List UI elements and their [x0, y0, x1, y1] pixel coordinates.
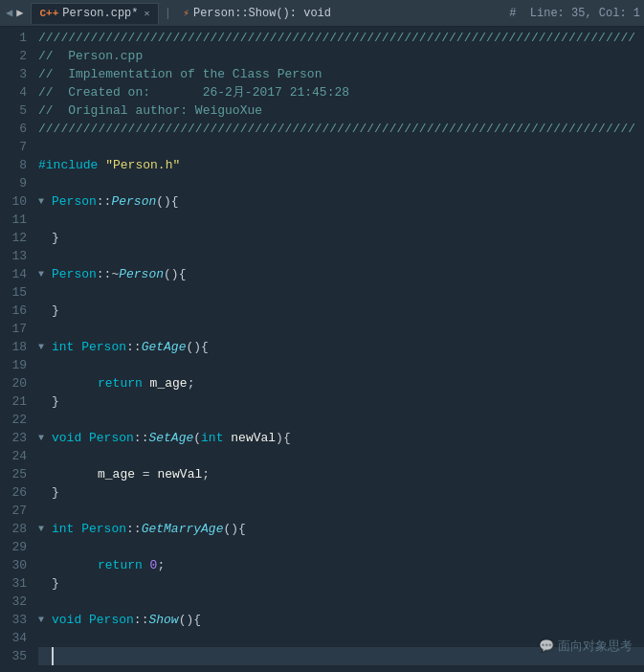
line18-rest: (){: [186, 338, 208, 356]
line25-rhs: newVal: [157, 465, 202, 483]
hash-symbol: #: [509, 7, 530, 20]
line28-sep: ::: [126, 520, 142, 538]
line2-text: // Person.cpp: [38, 47, 143, 65]
line33-rest: (){: [179, 611, 201, 629]
line8-include: #include: [38, 156, 105, 174]
code-line-20: return m_age;: [38, 374, 644, 392]
cpp-icon: C++: [39, 8, 58, 19]
line23-rest: ){: [276, 429, 291, 447]
tab-separator: |: [165, 6, 172, 20]
line23-paren: (: [193, 429, 201, 447]
line21-brace: }: [52, 392, 59, 411]
code-line-17: [38, 320, 644, 338]
code-line-28: ▼ int Person::GetMarryAge(){: [38, 520, 644, 538]
breadcrumb-icon: ⚡: [183, 7, 189, 19]
line23-class: Person: [89, 429, 134, 447]
line23-int: int: [201, 429, 231, 447]
code-line-1: ////////////////////////////////////////…: [38, 29, 644, 47]
code-line-15: [38, 283, 644, 302]
line28-int: int: [52, 520, 81, 538]
fold-arrow-14[interactable]: ▼: [38, 265, 50, 283]
line8-string: "Person.h": [105, 156, 180, 174]
line26-brace: }: [52, 483, 59, 502]
code-line-14: ▼ Person::~Person(){: [38, 265, 644, 283]
watermark-icon: 💬: [539, 638, 558, 653]
line28-rest: (){: [223, 520, 245, 538]
line18-type: int: [52, 338, 81, 356]
line14-class: Person: [52, 265, 97, 283]
fold-arrow-10[interactable]: ▼: [38, 192, 50, 211]
code-line-25: m_age = newVal;: [38, 465, 644, 483]
code-line-7: [38, 138, 644, 156]
line14-method: Person: [119, 265, 164, 283]
code-line-3: // Implementation of the Class Person: [38, 65, 644, 83]
code-line-27: [38, 502, 644, 520]
line3-text: // Implementation of the Class Person: [38, 65, 322, 83]
code-line-12: }: [38, 229, 644, 247]
line33-void: void: [52, 611, 89, 629]
line1-text: ////////////////////////////////////////…: [38, 29, 635, 47]
line25-lhs: m_age: [98, 465, 143, 483]
tab-area: C++ Person.cpp* ✕ | ⚡ Person::Show(): vo…: [31, 3, 640, 24]
code-line-21: }: [38, 392, 644, 411]
code-line-10: ▼ Person::Person(){: [38, 192, 644, 211]
line35-cursor: [52, 647, 61, 665]
breadcrumb-area: ⚡ Person::Show(): void: [175, 7, 339, 20]
line23-method: SetAge: [148, 429, 193, 447]
line25-semi: ;: [202, 465, 210, 483]
fold-arrow-23[interactable]: ▼: [38, 429, 50, 447]
code-line-8: #include "Person.h": [38, 156, 644, 174]
code-line-29: [38, 538, 644, 556]
line12-brace: }: [52, 229, 59, 247]
code-line-4: // Created on: 26-2月-2017 21:45:28: [38, 83, 644, 101]
code-line-16: }: [38, 302, 644, 320]
watermark: 💬 面向对象思考: [539, 638, 633, 655]
line23-sep: ::: [134, 429, 149, 447]
code-line-6: ////////////////////////////////////////…: [38, 120, 644, 138]
line30-zero: 0: [150, 556, 158, 574]
fold-arrow-33[interactable]: ▼: [38, 611, 50, 629]
code-editor[interactable]: ////////////////////////////////////////…: [34, 27, 644, 672]
code-line-5: // Original author: WeiguoXue: [38, 101, 644, 120]
fold-arrow-18[interactable]: ▼: [38, 338, 50, 356]
code-line-22: [38, 411, 644, 429]
line14-sep: ::~: [97, 265, 119, 283]
line10-rest: (){: [156, 192, 178, 211]
nav-arrows[interactable]: ◀ ▶: [4, 6, 25, 20]
line10-method: Person: [111, 192, 156, 211]
code-line-19: [38, 356, 644, 374]
code-line-9: [38, 174, 644, 192]
line5-text: // Original author: WeiguoXue: [38, 101, 262, 120]
back-arrow[interactable]: ◀: [4, 6, 14, 20]
line6-text: ////////////////////////////////////////…: [38, 120, 635, 138]
line25-eq: =: [143, 465, 158, 483]
code-line-11: [38, 211, 644, 229]
line18-sep: ::: [126, 338, 142, 356]
line10-sep1: ::: [97, 192, 112, 211]
file-tab[interactable]: C++ Person.cpp* ✕: [31, 3, 158, 24]
breadcrumb-label: Person::Show(): void: [193, 7, 331, 20]
forward-arrow[interactable]: ▶: [14, 6, 25, 20]
code-line-32: [38, 593, 644, 611]
line18-class: Person: [81, 338, 126, 356]
code-line-26: }: [38, 483, 644, 502]
code-line-31: }: [38, 574, 644, 593]
line4-text: // Created on: 26-2月-2017 21:45:28: [38, 83, 349, 101]
code-line-33: ▼ void Person::Show(){: [38, 611, 644, 629]
title-bar: ◀ ▶ C++ Person.cpp* ✕ | ⚡ Person::Show()…: [0, 0, 644, 27]
line30-semi: ;: [157, 556, 165, 574]
line30-return: return: [98, 556, 150, 574]
line23-void: void: [52, 429, 89, 447]
line-numbers: 1 2 3 4 5 6 7 8 9 10 11 12 13 14 15 16 1…: [0, 27, 34, 672]
line23-param: newVal: [231, 429, 276, 447]
close-tab-button[interactable]: ✕: [144, 8, 150, 19]
fold-arrow-28[interactable]: ▼: [38, 520, 50, 538]
line18-method: GetAge: [142, 338, 187, 356]
line10-class: Person: [52, 192, 97, 211]
line20-var: m_age: [150, 374, 188, 392]
code-line-30: return 0;: [38, 556, 644, 574]
tab-label: Person.cpp*: [62, 7, 138, 20]
line31-brace: }: [52, 574, 59, 593]
code-line-2: // Person.cpp: [38, 47, 644, 65]
line20-semi: ;: [188, 374, 195, 392]
